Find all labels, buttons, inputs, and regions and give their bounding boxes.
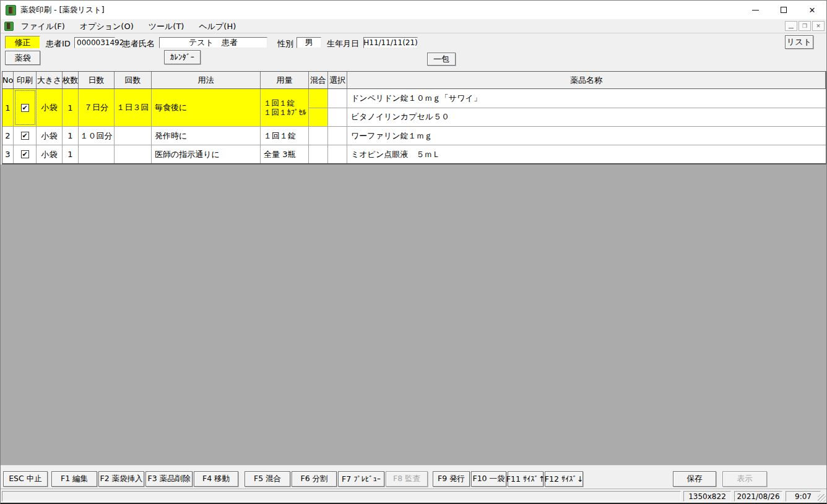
dose-cell: 全量 3瓶: [261, 145, 309, 163]
fkey-f12-size-down[interactable]: F12 ｻｲｽﾞ↓: [545, 471, 583, 487]
fkey-f5-mix[interactable]: F5 混合: [245, 471, 290, 487]
mix-cell: [309, 145, 328, 163]
row-number: 1: [2, 89, 14, 126]
dose-cell: １回１錠 １回１ｶﾌﾟｾﾙ: [261, 89, 309, 126]
sex-field[interactable]: 男: [297, 37, 321, 48]
fkey-f10-one-bag[interactable]: F10 一袋: [471, 471, 506, 487]
fkey-f1-edit[interactable]: F1 編集: [51, 471, 97, 487]
usage-cell: 発作時に: [152, 127, 261, 145]
sheets-cell: 1: [63, 127, 79, 145]
dob-label: 生年月日: [327, 38, 359, 49]
bag-button[interactable]: 薬袋: [5, 51, 40, 65]
table-band: No 印刷 大きさ 枚数 日数 回数 用法 用量 混合 選択 薬品名称 1 ✔: [1, 70, 826, 164]
minimize-icon: [752, 10, 759, 11]
app-icon: [6, 5, 16, 15]
patient-id-field[interactable]: 0000031492: [74, 37, 115, 48]
print-checkbox[interactable]: ✔: [21, 104, 29, 112]
size-cell: 小袋: [37, 127, 63, 145]
drug-name: ドンペリドン錠１０ｍｇ「サワイ」: [347, 89, 826, 108]
print-checkbox[interactable]: ✔: [21, 150, 29, 158]
minimize-button[interactable]: [741, 1, 769, 19]
header-cell-size: 大きさ: [37, 72, 63, 88]
mix-cell: [309, 127, 328, 145]
mdi-window-buttons: ❐ ✕: [785, 21, 825, 31]
mdi-document-icon: [4, 22, 14, 31]
select-subcell: [328, 108, 347, 127]
drug-name: ミオピン点眼液 ５ｍＬ: [347, 145, 826, 163]
mode-badge: 修正: [5, 36, 40, 49]
size-cell: 小袋: [37, 145, 63, 163]
mix-subcell: [309, 108, 327, 127]
select-cell: [328, 127, 347, 145]
function-bar: ESC 中止 F1 編集 F2 薬袋挿入 F3 薬品削除 F4 移動 F5 混合…: [1, 465, 826, 489]
fkey-f2-insert-bag[interactable]: F2 薬袋挿入: [98, 471, 144, 487]
select-subcell: [328, 89, 347, 108]
print-checkbox-cell[interactable]: ✔: [14, 89, 37, 126]
fkey-f6-split[interactable]: F6 分割: [292, 471, 337, 487]
show-button: 表示: [722, 471, 767, 487]
list-button[interactable]: リスト: [785, 35, 813, 49]
sheets-cell: 1: [63, 89, 79, 126]
table-row[interactable]: 3 ✔ 小袋 1 医師の指示通りに 全量 3瓶 ミオピン点眼液 ５ｍＬ: [2, 145, 826, 164]
status-panel-time: 9:07: [786, 491, 821, 502]
drug-table: No 印刷 大きさ 枚数 日数 回数 用法 用量 混合 選択 薬品名称 1 ✔: [2, 71, 826, 164]
maximize-icon: [781, 7, 787, 13]
table-row[interactable]: 2 ✔ 小袋 1 １０回分 発作時に １回１錠 ワーファリン錠１ｍｇ: [2, 127, 826, 145]
header-cell-days: 日数: [79, 72, 115, 88]
days-cell: ７日分: [79, 89, 115, 126]
mdi-close-button[interactable]: ✕: [812, 21, 825, 31]
app-window: 薬袋印刷 - [薬袋リスト] ✕ ファイル(F) オプション(O) ツール(T)…: [0, 0, 827, 504]
status-bar: 1350x822 2021/08/26 9:07: [1, 489, 826, 503]
header-cell-sheets: 枚数: [63, 72, 79, 88]
mix-cell: [309, 89, 328, 126]
table-header: No 印刷 大きさ 枚数 日数 回数 用法 用量 混合 選択 薬品名称: [2, 72, 826, 89]
header-cell-print: 印刷: [14, 72, 37, 88]
menu-item-help[interactable]: ヘルプ(H): [191, 20, 243, 33]
title-bar: 薬袋印刷 - [薬袋リスト] ✕: [1, 1, 826, 19]
resize-grip[interactable]: [818, 494, 826, 502]
select-cell: [328, 145, 347, 163]
usage-cell: 毎食後に: [152, 89, 261, 126]
sheets-cell: 1: [63, 145, 79, 163]
patient-name-field[interactable]: テスト 患者: [159, 37, 267, 48]
print-checkbox-cell[interactable]: ✔: [14, 145, 37, 163]
print-checkbox-cell[interactable]: ✔: [14, 127, 37, 145]
save-button[interactable]: 保存: [673, 471, 716, 487]
fkey-f7-preview[interactable]: F7 ﾌﾟﾚﾋﾞｭｰ: [338, 471, 384, 487]
fkey-f11-size-up[interactable]: F11 ｻｲｽﾞ↑: [508, 471, 543, 487]
one-pack-button[interactable]: 一包: [427, 53, 456, 66]
fkey-esc-cancel[interactable]: ESC 中止: [3, 471, 48, 487]
times-cell: １日３回: [115, 89, 152, 126]
menu-item-option[interactable]: オプション(O): [72, 20, 141, 33]
status-panel-message: [2, 491, 681, 502]
select-cell: [328, 89, 347, 126]
times-cell: [115, 127, 152, 145]
days-cell: [79, 145, 115, 163]
calendar-button[interactable]: ｶﾚﾝﾀﾞｰ: [164, 50, 201, 64]
times-cell: [115, 145, 152, 163]
drug-name: ワーファリン錠１ｍｇ: [347, 127, 826, 145]
fkey-f4-move[interactable]: F4 移動: [194, 471, 238, 487]
close-button[interactable]: ✕: [798, 1, 826, 19]
mdi-minimize-icon: [789, 28, 794, 28]
dob-field[interactable]: H11/11/11(21): [363, 37, 418, 48]
mdi-minimize-button[interactable]: [785, 21, 797, 31]
days-cell: １０回分: [79, 127, 115, 145]
mix-subcell: [309, 89, 327, 108]
table-row[interactable]: 1 ✔ 小袋 1 ７日分 １日３回 毎食後に １回１錠 １回１ｶﾌﾟｾﾙ: [2, 89, 826, 127]
maximize-button[interactable]: [769, 1, 798, 19]
drug-name: ビタノイリンカプセル５０: [347, 108, 826, 127]
print-checkbox[interactable]: ✔: [21, 132, 29, 140]
mdi-restore-button[interactable]: ❐: [799, 21, 811, 31]
row-number: 2: [2, 127, 14, 145]
dose-cell: １回１錠: [261, 127, 309, 145]
menu-item-file[interactable]: ファイル(F): [14, 20, 72, 33]
patient-id-label: 患者ID: [46, 38, 71, 49]
mdi-client-area: No 印刷 大きさ 枚数 日数 回数 用法 用量 混合 選択 薬品名称 1 ✔: [1, 70, 826, 465]
workspace: [1, 164, 826, 465]
row-number: 3: [2, 145, 14, 163]
usage-cell: 医師の指示通りに: [152, 145, 261, 163]
fkey-f9-issue[interactable]: F9 発行: [433, 471, 470, 487]
menu-item-tool[interactable]: ツール(T): [141, 20, 192, 33]
fkey-f3-delete-drug[interactable]: F3 薬品削除: [145, 471, 193, 487]
